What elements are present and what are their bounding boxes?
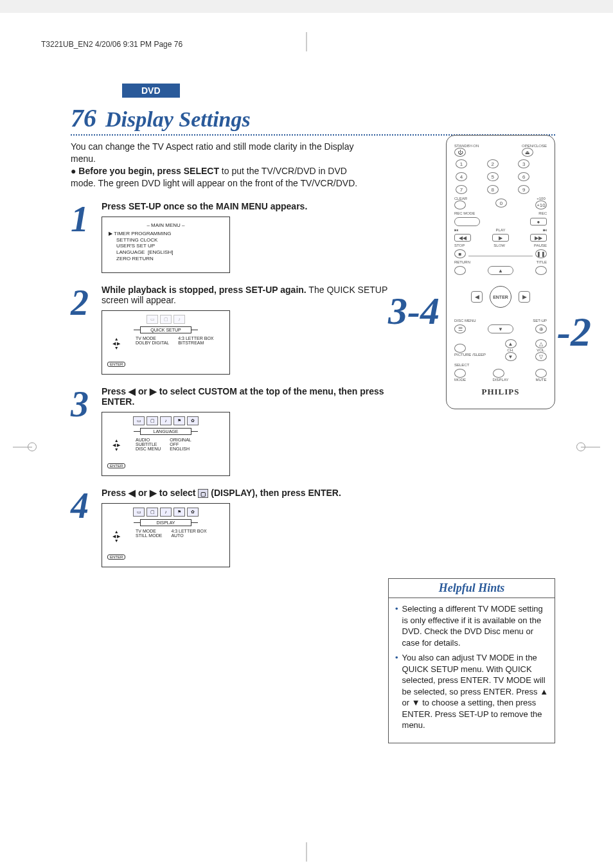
picture-button: [454, 344, 466, 353]
tab-icon: ▭: [133, 416, 145, 425]
display-tab-icon: ▢: [198, 489, 208, 498]
step-3-mid: or: [136, 386, 150, 396]
intro-before-bold: Before you begin, press SELECT: [78, 166, 219, 176]
step-4-b: or: [136, 488, 150, 498]
enter-button: ENTER: [490, 286, 511, 308]
tab-icon: ▭: [133, 508, 145, 517]
tab-icon: ♪: [173, 315, 185, 324]
enter-pill: ENTER: [107, 362, 125, 367]
tab-row: ▭ ▢ ♪: [106, 315, 226, 324]
panel-r3: ENGLISH: [170, 447, 191, 451]
lbl-pause: PAUSE: [534, 244, 547, 247]
nav-diamond-icon: ▲◀▶▼ ENTER: [107, 438, 125, 468]
brand-logo: PHILIPS: [452, 387, 549, 397]
step-1: 1 Press SET-UP once so the MAIN MENU app…: [71, 201, 392, 273]
hints-list: Selecting a different TV MODE setting is…: [389, 598, 555, 743]
helpful-hints-box: Helpful Hints Selecting a different TV M…: [388, 578, 555, 743]
lbl-rec: REC: [538, 211, 547, 215]
lbl-select: SELECT: [454, 363, 469, 367]
lbl-slow: SLOW: [493, 244, 505, 247]
panel-r2: AUTO: [171, 533, 206, 538]
panel-label: QUICK SETUP: [140, 326, 191, 333]
eject-button: ⏏: [522, 148, 533, 157]
lbl-play: PLAY: [496, 228, 506, 232]
print-header: T3221UB_EN2 4/20/06 9:31 PM Page 76: [41, 40, 182, 49]
tab-icon: ▭: [147, 315, 158, 324]
step-4-d: (DISPLAY), then press ENTER.: [208, 488, 341, 498]
page-title: Display Settings: [105, 107, 251, 132]
remote-control: STANDBY-ON⏻ OPEN/CLOSE⏏ 1 2 3 4 5 6 7 8 …: [446, 135, 555, 409]
step-3-body: Press ◀ or ▶ to select CUSTOM at the top…: [102, 386, 392, 476]
menu-item-zero: ZERO RETURN: [109, 256, 223, 262]
intro-line1: You can change the TV Aspect ratio and s…: [71, 141, 353, 164]
vol-down-button: ▽: [535, 352, 547, 361]
step-1-body: Press SET-UP once so the MAIN MENU appea…: [102, 201, 392, 273]
arrow-right-button: ▶: [519, 291, 530, 303]
intro-text: You can change the TV Aspect ratio and s…: [71, 141, 373, 190]
step-2: 2 While playback is stopped, press SET-U…: [71, 285, 392, 375]
step-2-text-bold: While playback is stopped, press SET-UP …: [102, 285, 306, 295]
section-badge: DVD: [122, 84, 180, 98]
panel-l2: DOLBY DIGITAL: [136, 341, 169, 345]
step-2-number: 2: [71, 288, 102, 375]
lbl-vol: VOL.: [535, 348, 547, 352]
step-2-body: While playback is stopped, press SET-UP …: [102, 285, 392, 375]
display-button: [493, 369, 504, 378]
panel-columns: AUDIO SUBTITLE DISC MENU ORIGINAL OFF EN…: [129, 438, 226, 451]
crop-mark-left: [13, 447, 32, 447]
lbl-disc: DISC MENU: [454, 319, 476, 323]
down-arc-button: ▼: [488, 324, 513, 333]
panel-columns: TV MODE STILL MODE 4:3 LETTER BOX AUTO: [129, 529, 226, 538]
title-button: [535, 266, 547, 275]
callout-3-4: 3-4: [388, 289, 440, 333]
tab-icon: ▢: [147, 508, 158, 517]
page-number: 76: [71, 103, 96, 133]
panel-l1: AUDIO: [136, 438, 161, 442]
stop-button: ■: [454, 249, 466, 258]
panel-columns: TV MODE DOLBY DIGITAL 4:3 LETTER BOX BIT…: [129, 336, 226, 345]
num-4: 4: [456, 172, 467, 181]
hint-2: You also can adjust TV MODE in the QUICK…: [402, 652, 548, 731]
manual-page: T3221UB_EN2 4/20/06 9:31 PM Page 76 DVD …: [0, 13, 613, 868]
step-4: 4 Press ◀ or ▶ to select ▢ (DISPLAY), th…: [71, 488, 392, 567]
step-4-number: 4: [71, 492, 102, 567]
language-screenshot: ▲◀▶▼ ENTER ▭ ▢ ♪ ⚑ ✿ LANGUAGE AUDIO: [102, 412, 230, 476]
discmenu-button: ☰: [454, 324, 466, 333]
plus10-button: +10: [535, 200, 547, 209]
panel-r1: ORIGINAL: [170, 438, 191, 442]
enter-pill: ENTER: [107, 463, 125, 468]
rew-button: ◀◀: [454, 234, 471, 242]
num-7: 7: [456, 185, 467, 194]
recmode-button: [454, 217, 480, 226]
enter-nav: ◀ ENTER ▶: [474, 278, 528, 316]
hints-title: Helpful Hints: [389, 579, 555, 598]
crop-mark-bottom: [306, 842, 307, 862]
up-arc-button: ▲: [488, 266, 513, 275]
title-row: 76 Display Settings: [71, 103, 555, 133]
lbl-standby: STANDBY-ON: [454, 144, 479, 148]
lbl-title: TITLE: [537, 260, 547, 264]
panel-l1: TV MODE: [136, 336, 169, 341]
step-3: 3 Press ◀ or ▶ to select CUSTOM at the t…: [71, 386, 392, 476]
num-5: 5: [487, 172, 499, 181]
step-1-number: 1: [71, 205, 102, 273]
crop-mark-top: [306, 32, 307, 51]
vol-up-button: △: [535, 339, 547, 348]
num-9: 9: [518, 185, 529, 194]
arrow-left-button: ◀: [471, 291, 483, 303]
tab-row: ▭ ▢ ♪ ⚑ ✿: [106, 508, 226, 517]
panel-l1: TV MODE: [136, 529, 162, 533]
tab-icon: ▢: [147, 416, 158, 425]
lbl-openclose: OPEN/CLOSE: [522, 144, 547, 148]
step-3-number: 3: [71, 390, 102, 476]
menu-item-language: LANGUAGE [ENGLISH]: [109, 249, 223, 256]
num-2: 2: [487, 159, 499, 168]
lbl-display: DISPLAY: [493, 378, 509, 382]
lbl-stop: STOP: [454, 244, 465, 247]
panel-l3: DISC MENU: [136, 447, 161, 451]
num-3: 3: [518, 159, 529, 168]
tab-icon: ▢: [160, 315, 172, 324]
num-8: 8: [487, 185, 499, 194]
lbl-plus100: +100: [535, 197, 547, 200]
intro-bullet: ●: [71, 166, 78, 176]
